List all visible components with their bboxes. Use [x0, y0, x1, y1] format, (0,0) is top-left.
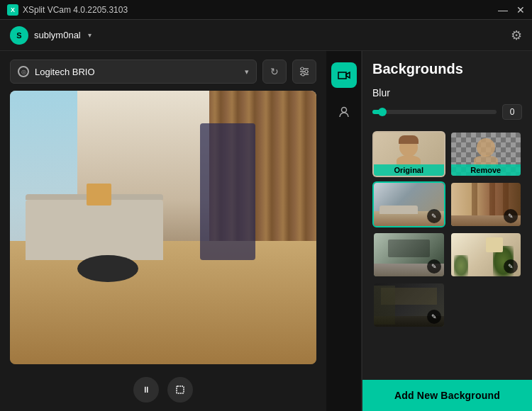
- camera-icon: ◎: [18, 66, 29, 77]
- add-new-background-button[interactable]: Add New Background: [362, 380, 532, 411]
- room-table: [77, 255, 138, 283]
- edit-icon[interactable]: ✎: [427, 310, 441, 324]
- svg-point-3: [301, 67, 304, 70]
- edit-icon[interactable]: ✎: [427, 259, 441, 274]
- title-bar-left: X XSplit VCam 4.0.2205.3103: [7, 4, 128, 16]
- title-bar-controls: — ✕: [498, 5, 525, 15]
- bg-item-label-remove: Remove: [451, 164, 521, 176]
- rotate-button[interactable]: ↻: [262, 60, 287, 84]
- svg-rect-6: [177, 386, 184, 393]
- crop-button[interactable]: [167, 377, 193, 402]
- camera-dropdown[interactable]: ◎ Logitech BRIO ▾: [10, 60, 257, 84]
- svg-point-7: [341, 108, 346, 113]
- edit-icon[interactable]: ✎: [427, 209, 441, 223]
- room-person: [200, 123, 255, 260]
- edit-icon[interactable]: ✎: [504, 259, 518, 274]
- camera-name: Logitech BRIO: [35, 67, 239, 77]
- room-couch: [26, 200, 163, 260]
- svg-point-5: [301, 73, 304, 76]
- close-button[interactable]: ✕: [516, 5, 525, 15]
- bg-item-room3[interactable]: ✎: [372, 232, 445, 278]
- sidebar-item-camera[interactable]: [331, 62, 357, 88]
- chevron-down-icon: ▾: [245, 67, 249, 77]
- bg-item-room1[interactable]: ✎: [372, 181, 445, 227]
- right-panel-content: Backgrounds Blur 0 Origina: [362, 51, 532, 380]
- app-header: S sublym0nal ▾ ⚙: [0, 20, 532, 51]
- blur-label: Blur: [372, 87, 522, 98]
- left-panel: ◎ Logitech BRIO ▾ ↻: [0, 51, 326, 411]
- room-pillow: [87, 184, 111, 206]
- svg-point-4: [305, 70, 308, 73]
- video-preview: [10, 91, 316, 364]
- bg-item-label-original: Original: [374, 164, 444, 176]
- panel-title: Backgrounds: [372, 61, 522, 77]
- blur-control: 0: [372, 104, 522, 120]
- bg-item-room2[interactable]: ✎: [450, 181, 523, 227]
- blur-slider[interactable]: [372, 110, 497, 114]
- app-icon: X: [7, 4, 18, 16]
- right-panel: Backgrounds Blur 0 Origina: [362, 51, 532, 411]
- background-grid: Original Remove ✎: [372, 131, 522, 328]
- settings-icon[interactable]: ⚙: [511, 28, 522, 43]
- bg-item-room5[interactable]: ✎: [372, 282, 445, 328]
- bg-item-remove[interactable]: Remove: [450, 131, 523, 177]
- video-controls: ⏸: [10, 371, 316, 402]
- app-title: XSplit VCam 4.0.2205.3103: [23, 5, 128, 15]
- avatar: S: [10, 26, 28, 45]
- title-bar: X XSplit VCam 4.0.2205.3103 — ✕: [0, 0, 532, 20]
- user-name: sublym0nal: [34, 30, 81, 40]
- bg-item-room4[interactable]: ✎: [450, 232, 523, 278]
- sidebar-item-person[interactable]: [331, 99, 357, 125]
- blur-slider-thumb: [378, 108, 387, 116]
- edit-icon[interactable]: ✎: [504, 209, 518, 223]
- camera-settings-button[interactable]: [292, 60, 316, 84]
- sidebar-icons: [326, 51, 362, 411]
- camera-selector: ◎ Logitech BRIO ▾ ↻: [10, 60, 316, 84]
- main-layout: ◎ Logitech BRIO ▾ ↻: [0, 51, 532, 411]
- blur-value: 0: [502, 104, 522, 120]
- minimize-button[interactable]: —: [498, 5, 508, 15]
- user-info[interactable]: S sublym0nal ▾: [10, 26, 92, 45]
- pause-button[interactable]: ⏸: [133, 377, 159, 402]
- chevron-down-icon: ▾: [88, 31, 92, 39]
- room-scene-bg: [10, 91, 316, 364]
- bg-item-original[interactable]: Original: [372, 131, 445, 177]
